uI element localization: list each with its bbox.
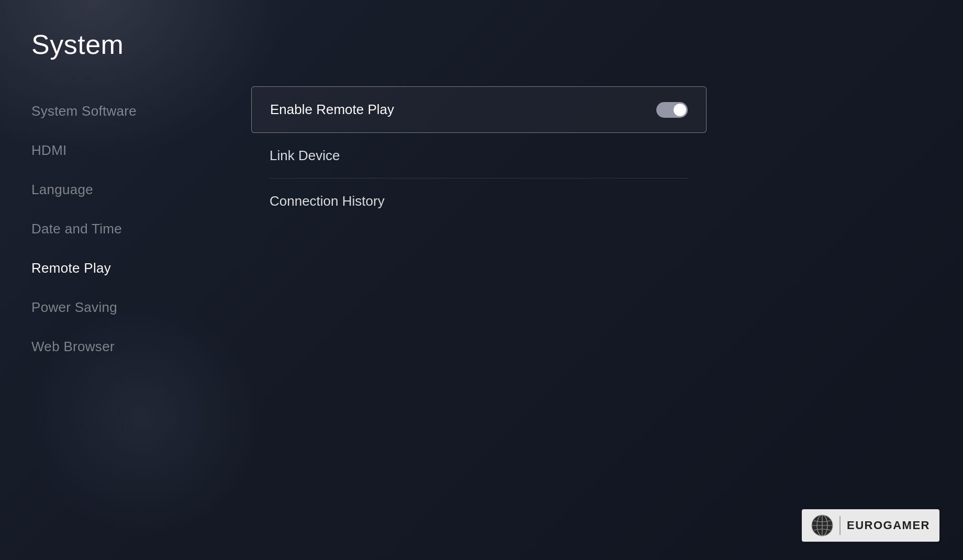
setting-label-connection-history: Connection History xyxy=(270,193,385,209)
sidebar: System SoftwareHDMILanguageDate and Time… xyxy=(31,86,236,539)
page-container: System System SoftwareHDMILanguageDate a… xyxy=(0,0,963,560)
settings-list: Enable Remote PlayLink DeviceConnection … xyxy=(251,86,707,224)
globe-icon xyxy=(811,514,833,536)
sidebar-item-language[interactable]: Language xyxy=(31,170,236,209)
watermark-text: EUROGAMER xyxy=(847,519,930,532)
page-title: System xyxy=(31,29,932,60)
main-content: Enable Remote PlayLink DeviceConnection … xyxy=(236,86,932,539)
eurogamer-watermark: EUROGAMER xyxy=(802,509,939,542)
setting-item-link-device[interactable]: Link Device xyxy=(251,133,707,178)
sidebar-item-system-software[interactable]: System Software xyxy=(31,92,236,131)
setting-item-connection-history[interactable]: Connection History xyxy=(251,178,707,224)
setting-label-enable-remote-play: Enable Remote Play xyxy=(270,102,394,118)
sidebar-item-web-browser[interactable]: Web Browser xyxy=(31,327,236,366)
setting-item-enable-remote-play[interactable]: Enable Remote Play xyxy=(251,86,707,133)
toggle-enable-remote-play[interactable] xyxy=(656,102,688,118)
sidebar-item-date-and-time[interactable]: Date and Time xyxy=(31,209,236,249)
sidebar-item-hdmi[interactable]: HDMI xyxy=(31,131,236,170)
watermark-divider xyxy=(839,516,841,535)
sidebar-item-power-saving[interactable]: Power Saving xyxy=(31,288,236,327)
content-area: System SoftwareHDMILanguageDate and Time… xyxy=(31,86,932,539)
toggle-thumb xyxy=(674,104,686,116)
setting-label-link-device: Link Device xyxy=(270,148,340,164)
toggle-track xyxy=(656,102,688,118)
sidebar-item-remote-play[interactable]: Remote Play xyxy=(31,249,236,288)
